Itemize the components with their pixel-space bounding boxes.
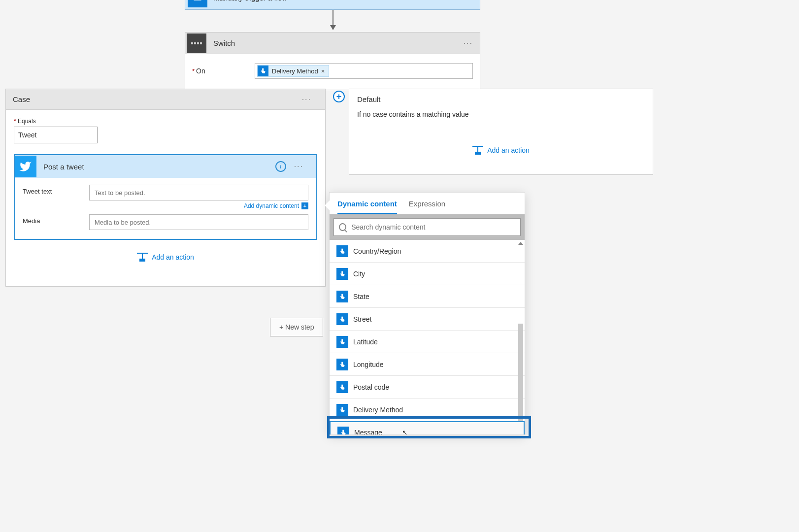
switch-icon: [187, 33, 206, 53]
hand-tap-icon: [336, 404, 348, 416]
tweet-text-label: Tweet text: [23, 185, 89, 195]
action-menu-button[interactable]: ···: [294, 162, 303, 171]
dynamic-content-list: Country/RegionCityStateStreetLatitudeLon…: [330, 240, 525, 434]
dynamic-item-street[interactable]: Street: [330, 308, 525, 331]
item-label: Country/Region: [353, 247, 401, 255]
dynamic-item-message[interactable]: Message↖: [330, 421, 525, 434]
switch-on-input[interactable]: Delivery Method ×: [255, 63, 473, 79]
hand-tap-icon: [336, 381, 348, 393]
tab-dynamic-content[interactable]: Dynamic content: [337, 200, 397, 214]
scrollbar[interactable]: [518, 240, 524, 434]
info-icon[interactable]: i: [275, 161, 286, 172]
trigger-title: Manually trigger a flow: [213, 0, 287, 2]
hand-tap-icon: [336, 268, 348, 280]
media-label: Media: [23, 214, 89, 225]
on-token-label: Delivery Method: [272, 67, 318, 75]
case-header[interactable]: Case ···: [6, 89, 325, 110]
dynamic-item-country-region[interactable]: Country/Region: [330, 240, 525, 263]
tab-expression[interactable]: Expression: [409, 200, 445, 214]
dynamic-item-postal-code[interactable]: Postal code: [330, 376, 525, 399]
switch-header[interactable]: Switch ···: [185, 33, 480, 54]
twitter-icon: [15, 156, 36, 177]
dynamic-content-search[interactable]: [333, 218, 521, 236]
arrow-icon: [333, 10, 333, 30]
trigger-card[interactable]: Manually trigger a flow: [185, 0, 480, 10]
add-action-icon: [472, 146, 483, 155]
item-label: Street: [353, 315, 371, 323]
search-input[interactable]: [351, 223, 515, 231]
item-label: City: [353, 270, 365, 278]
cursor-icon: ↖: [402, 429, 408, 434]
dynamic-item-delivery-method[interactable]: Delivery Method: [330, 399, 525, 421]
on-label: On: [196, 67, 205, 75]
case-title: Case: [13, 95, 30, 103]
default-desc: If no case contains a matching value: [357, 110, 645, 118]
dynamic-item-latitude[interactable]: Latitude: [330, 331, 525, 353]
tweet-text-input[interactable]: [89, 185, 308, 200]
case-add-action-button[interactable]: Add an action: [14, 240, 317, 274]
equals-label: * Equals: [14, 118, 317, 125]
dynamic-item-city[interactable]: City: [330, 263, 525, 285]
new-step-button[interactable]: + New step: [270, 318, 323, 336]
hand-tap-icon: [258, 66, 268, 76]
add-case-button[interactable]: +: [333, 91, 345, 102]
hand-tap-icon: [336, 291, 348, 302]
hand-tap-icon: [337, 427, 349, 434]
post-tweet-action: Post a tweet i ··· Tweet text Add dynami…: [14, 154, 317, 240]
hand-tap-icon: [336, 313, 348, 325]
hand-tap-icon: [336, 359, 348, 370]
required-asterisk: *: [192, 67, 195, 75]
switch-card: Switch ··· * On Delivery Method ×: [185, 32, 480, 90]
add-action-icon: [137, 253, 148, 262]
switch-menu-button[interactable]: ···: [464, 39, 473, 48]
default-add-action-button[interactable]: Add an action: [357, 128, 645, 164]
dynamic-item-longitude[interactable]: Longitude: [330, 353, 525, 376]
item-label: Postal code: [353, 383, 389, 391]
dynamic-item-state[interactable]: State: [330, 285, 525, 308]
trigger-icon: [188, 0, 207, 7]
add-dynamic-content-link[interactable]: Add dynamic content +: [23, 202, 308, 209]
hand-tap-icon: [336, 245, 348, 257]
switch-title: Switch: [213, 39, 235, 47]
default-card: Default If no case contains a matching v…: [349, 89, 653, 175]
item-label: Longitude: [353, 361, 384, 368]
on-token: Delivery Method ×: [257, 65, 330, 77]
action-header[interactable]: Post a tweet i ···: [15, 155, 316, 178]
dynamic-content-flyout: Dynamic content Expression Country/Regio…: [329, 192, 525, 435]
search-icon: [339, 223, 346, 231]
plus-icon: +: [301, 202, 308, 209]
equals-input[interactable]: Tweet: [14, 127, 98, 143]
item-label: Delivery Method: [353, 406, 403, 414]
item-label: Latitude: [353, 338, 378, 346]
item-label: Message: [354, 429, 382, 434]
media-input[interactable]: [89, 214, 308, 230]
action-title: Post a tweet: [43, 163, 84, 171]
default-title: Default: [357, 95, 645, 103]
case-card: Case ··· * Equals Tweet Post a tweet i ·…: [5, 89, 326, 287]
case-menu-button[interactable]: ···: [302, 95, 311, 104]
hand-tap-icon: [336, 336, 348, 348]
item-label: State: [353, 293, 369, 300]
remove-token-button[interactable]: ×: [321, 67, 325, 75]
